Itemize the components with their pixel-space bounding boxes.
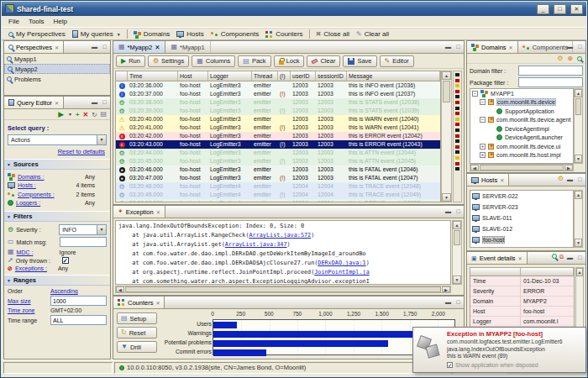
- drill-button[interactable]: ▼Drill: [117, 341, 157, 353]
- log-row[interactable]: ⚙03:20:39.000foo-hostLogEmitter3emitter(…: [116, 107, 440, 115]
- tab-hosts[interactable]: Hosts ✕: [467, 174, 509, 186]
- column-header-icon[interactable]: [116, 71, 128, 81]
- chart-bar-warnings[interactable]: [213, 331, 444, 338]
- scroll-up-icon[interactable]: ▲: [442, 71, 451, 80]
- columns-button[interactable]: ▦Columns: [192, 55, 235, 67]
- copy-icon[interactable]: ⧉: [559, 254, 564, 261]
- log-row[interactable]: i03:20:36.000foo-hostLogEmitter3emitter1…: [116, 81, 440, 90]
- severity-select[interactable]: INFO ▼: [59, 224, 107, 235]
- stack-trace-link[interactable]: ArrayList.java:572: [249, 232, 312, 239]
- log-row[interactable]: ⚙03:20:45.000foo-hostLogEmitter3emitter(…: [116, 157, 440, 165]
- column-header-Message[interactable]: Message: [347, 71, 440, 81]
- overview-marker[interactable]: [455, 112, 459, 115]
- run-query-icon[interactable]: ▶: [58, 111, 64, 118]
- close-tab-icon[interactable]: ✕: [509, 45, 513, 50]
- find-icon[interactable]: [552, 254, 557, 259]
- ranges-section-header[interactable]: ▼Ranges: [4, 275, 110, 286]
- toolbar-close-all[interactable]: ✖Close all: [312, 29, 353, 39]
- menu-file[interactable]: File: [4, 17, 24, 26]
- scroll-down-icon[interactable]: ▼: [442, 193, 451, 202]
- run-button[interactable]: ▶Run: [116, 55, 145, 67]
- overview-marker[interactable]: [455, 118, 459, 121]
- scroll-right-icon[interactable]: ▶: [564, 165, 573, 171]
- overview-marker[interactable]: [455, 156, 459, 160]
- toolbar-my-perspectives[interactable]: My Perspectives: [5, 29, 69, 39]
- scroll-left-icon[interactable]: ◀: [116, 286, 124, 292]
- tab-domains[interactable]: Domains✕: [467, 41, 518, 53]
- add-icon[interactable]: +: [76, 111, 79, 118]
- close-button[interactable]: ✕: [570, 4, 583, 14]
- maximize-view-icon[interactable]: □: [101, 98, 108, 106]
- overview-ruler[interactable]: [453, 71, 462, 202]
- source-link[interactable]: Hosts :: [18, 182, 36, 188]
- source-link[interactable]: Components :: [18, 192, 55, 197]
- column-header-sessionID[interactable]: sessionID: [316, 71, 347, 81]
- chevron-down-icon[interactable]: ▼: [97, 135, 106, 144]
- log-row[interactable]: ⚙03:20:48.000foo-hostLogEmitter4emitter1…: [116, 182, 440, 191]
- chart-bar-potential-problems[interactable]: [213, 340, 388, 347]
- reset-defaults-link[interactable]: Reset to defaults: [58, 148, 105, 155]
- log-row[interactable]: ●03:20:46.000foo-hostLogEmitter3emitter1…: [116, 165, 440, 174]
- show-application-checkbox[interactable]: ✓: [447, 362, 453, 368]
- log-row[interactable]: ⚙03:20:50.000foo-hostLogEmitter4emitter1…: [116, 199, 440, 202]
- overview-marker[interactable]: [455, 139, 459, 143]
- log-table-vscrollbar[interactable]: ▲ ▼: [441, 71, 452, 202]
- log-row[interactable]: ⚙03:20:44.000foo-hostLogEmitter3emitter1…: [116, 149, 440, 157]
- time-zone-link[interactable]: Time zone: [8, 307, 48, 313]
- scroll-up-icon[interactable]: ▲: [576, 268, 583, 276]
- tab-perspectives[interactable]: Perspectives ✕: [4, 41, 64, 53]
- overview-marker[interactable]: [455, 134, 459, 138]
- minimize-view-icon[interactable]: ▬: [444, 298, 452, 306]
- perspective-item-myapp1[interactable]: Myapp1: [4, 54, 110, 64]
- scrollbar-thumb[interactable]: [480, 165, 564, 171]
- menu-tools[interactable]: Tools: [24, 17, 49, 26]
- stack-trace-link[interactable]: JoinPointImpl.ja: [314, 269, 369, 276]
- only-thrown-checkbox[interactable]: ✓: [62, 257, 69, 264]
- collapse-icon[interactable]: −: [480, 117, 486, 123]
- toolbar-counters[interactable]: Counters: [262, 29, 306, 39]
- toolbar-components[interactable]: Components: [207, 29, 262, 39]
- clear-button[interactable]: Clear: [307, 55, 340, 67]
- overview-marker[interactable]: [455, 84, 459, 87]
- overview-marker[interactable]: [455, 150, 459, 154]
- minimize-button[interactable]: _: [537, 4, 549, 14]
- tree-item[interactable]: −com.moonlit.lfs.device: [470, 98, 573, 108]
- maximize-button[interactable]: □: [554, 4, 566, 14]
- log-row[interactable]: ⚠03:20:41.000foo-hostLogEmitter3emitter(…: [116, 123, 440, 132]
- tree-item[interactable]: +com.moonlit.lfs.device.ui: [470, 142, 573, 151]
- sync-icon[interactable]: ⚙: [558, 176, 564, 183]
- maximize-view-icon[interactable]: □: [101, 43, 108, 50]
- save-button[interactable]: Save: [343, 55, 376, 67]
- exception-vscrollbar[interactable]: ▲ ▼: [452, 220, 462, 285]
- tab-exception[interactable]: ✦ Exception ✕: [113, 206, 165, 218]
- column-header-(!)[interactable]: (!): [278, 71, 291, 81]
- editor-button[interactable]: ✎Editor: [380, 55, 414, 67]
- editor-tab-myapp2[interactable]: ▦*Myapp2✕: [113, 41, 165, 53]
- log-row[interactable]: ⚙03:20:49.000foo-hostLogEmitter4emitter(…: [116, 191, 440, 199]
- maximize-view-icon[interactable]: □: [454, 207, 462, 215]
- scroll-right-icon[interactable]: ▶: [442, 286, 450, 292]
- collapse-icon[interactable]: −: [472, 91, 478, 97]
- log-row[interactable]: i03:20:37.000foo-hostLogEmitter3emitter(…: [116, 90, 440, 98]
- column-header-Thread[interactable]: Thread: [252, 71, 278, 81]
- minimize-view-icon[interactable]: ▬: [444, 43, 452, 50]
- expand-all-icon[interactable]: ⊕: [567, 55, 573, 62]
- domain-filter-input[interactable]: [518, 66, 583, 76]
- chart-bar-users[interactable]: [213, 322, 237, 328]
- tree-item[interactable]: SupportApplication: [470, 107, 573, 116]
- overview-marker[interactable]: [455, 123, 459, 126]
- host-item-server-023[interactable]: SERVER-023: [470, 202, 573, 213]
- column-header-Time[interactable]: Time: [128, 71, 178, 81]
- toolbar-hosts[interactable]: Hosts: [173, 29, 207, 39]
- mdc-link[interactable]: MDC :: [17, 249, 57, 255]
- copy-icon[interactable]: ▤: [100, 111, 107, 118]
- overview-marker[interactable]: [455, 90, 459, 93]
- hosts-vscrollbar[interactable]: ▲ ▼: [574, 190, 583, 248]
- exceptions-link[interactable]: Exceptions :: [15, 265, 55, 271]
- minimize-view-icon[interactable]: ▬: [91, 43, 98, 50]
- column-header-userID[interactable]: userID: [291, 71, 316, 81]
- sync-icon[interactable]: ⚙: [557, 55, 563, 62]
- tab-components[interactable]: Components: [518, 41, 574, 53]
- overview-marker[interactable]: [455, 129, 459, 132]
- run-dropdown-icon[interactable]: ▼: [68, 112, 72, 117]
